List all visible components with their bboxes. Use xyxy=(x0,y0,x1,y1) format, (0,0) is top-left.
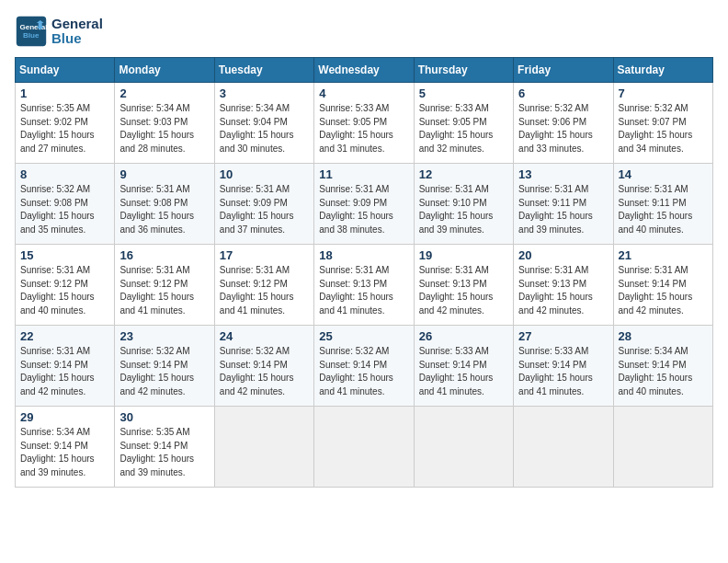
calendar-cell: 8 Sunrise: 5:32 AM Sunset: 9:08 PM Dayli… xyxy=(16,164,115,245)
sunrise-label: Sunrise: 5:32 AM xyxy=(119,346,189,356)
daylight-label: Daylight: 15 hours and 41 minutes. xyxy=(220,292,294,316)
daylight-label: Daylight: 15 hours and 42 minutes. xyxy=(119,373,194,396)
calendar-week-4: 22 Sunrise: 5:31 AM Sunset: 9:14 PM Dayl… xyxy=(16,326,713,407)
day-number: 17 xyxy=(220,248,309,262)
day-number: 20 xyxy=(518,248,608,262)
svg-text:General: General xyxy=(19,23,47,31)
day-number: 8 xyxy=(20,167,109,181)
daylight-label: Daylight: 15 hours and 37 minutes. xyxy=(220,211,294,235)
calendar-body: 1 Sunrise: 5:35 AM Sunset: 9:02 PM Dayli… xyxy=(16,83,713,488)
day-number: 26 xyxy=(419,329,508,343)
sunset-label: Sunset: 9:14 PM xyxy=(518,360,586,370)
calendar-cell: 20 Sunrise: 5:31 AM Sunset: 9:13 PM Dayl… xyxy=(514,245,613,326)
sunset-label: Sunset: 9:13 PM xyxy=(518,279,586,289)
sunset-label: Sunset: 9:12 PM xyxy=(20,279,88,289)
day-number: 9 xyxy=(119,167,209,181)
calendar-cell: 23 Sunrise: 5:32 AM Sunset: 9:14 PM Dayl… xyxy=(115,326,214,407)
calendar-cell xyxy=(214,407,313,488)
day-info: Sunrise: 5:33 AM Sunset: 9:05 PM Dayligh… xyxy=(419,102,508,155)
daylight-label: Daylight: 15 hours and 31 minutes. xyxy=(319,130,393,154)
sunset-label: Sunset: 9:09 PM xyxy=(319,198,387,208)
day-info: Sunrise: 5:31 AM Sunset: 9:12 PM Dayligh… xyxy=(20,264,109,317)
daylight-label: Daylight: 15 hours and 40 minutes. xyxy=(619,211,693,235)
calendar-header: SundayMondayTuesdayWednesdayThursdayFrid… xyxy=(16,58,713,83)
day-number: 18 xyxy=(319,248,408,262)
daylight-label: Daylight: 15 hours and 40 minutes. xyxy=(20,292,95,316)
day-number: 14 xyxy=(619,167,708,181)
sunrise-label: Sunrise: 5:32 AM xyxy=(619,103,688,113)
sunrise-label: Sunrise: 5:31 AM xyxy=(619,184,688,194)
day-info: Sunrise: 5:32 AM Sunset: 9:14 PM Dayligh… xyxy=(119,345,209,398)
calendar-week-2: 8 Sunrise: 5:32 AM Sunset: 9:08 PM Dayli… xyxy=(16,164,713,245)
day-number: 16 xyxy=(119,248,209,262)
daylight-label: Daylight: 15 hours and 34 minutes. xyxy=(619,130,693,154)
day-number: 24 xyxy=(220,329,309,343)
daylight-label: Daylight: 15 hours and 35 minutes. xyxy=(20,211,95,235)
sunset-label: Sunset: 9:05 PM xyxy=(419,117,487,127)
day-info: Sunrise: 5:31 AM Sunset: 9:14 PM Dayligh… xyxy=(20,345,109,398)
daylight-label: Daylight: 15 hours and 39 minutes. xyxy=(20,454,95,477)
sunrise-label: Sunrise: 5:31 AM xyxy=(419,184,489,194)
day-info: Sunrise: 5:35 AM Sunset: 9:02 PM Dayligh… xyxy=(20,102,109,155)
sunrise-label: Sunrise: 5:31 AM xyxy=(619,265,688,275)
sunset-label: Sunset: 9:14 PM xyxy=(319,360,387,370)
calendar-cell: 6 Sunrise: 5:32 AM Sunset: 9:06 PM Dayli… xyxy=(514,83,613,164)
day-info: Sunrise: 5:32 AM Sunset: 9:14 PM Dayligh… xyxy=(319,345,408,398)
sunset-label: Sunset: 9:05 PM xyxy=(319,117,387,127)
calendar-cell: 29 Sunrise: 5:34 AM Sunset: 9:14 PM Dayl… xyxy=(16,407,115,488)
logo-icon: General Blue xyxy=(15,15,48,48)
sunset-label: Sunset: 9:06 PM xyxy=(518,117,586,127)
day-number: 1 xyxy=(20,86,109,100)
day-number: 30 xyxy=(119,410,209,424)
sunrise-label: Sunrise: 5:32 AM xyxy=(20,184,90,194)
day-number: 27 xyxy=(518,329,608,343)
daylight-label: Daylight: 15 hours and 40 minutes. xyxy=(619,373,693,396)
day-number: 4 xyxy=(319,86,408,100)
sunset-label: Sunset: 9:07 PM xyxy=(619,117,687,127)
day-number: 19 xyxy=(419,248,508,262)
calendar-week-3: 15 Sunrise: 5:31 AM Sunset: 9:12 PM Dayl… xyxy=(16,245,713,326)
sunrise-label: Sunrise: 5:32 AM xyxy=(220,346,290,356)
day-info: Sunrise: 5:31 AM Sunset: 9:11 PM Dayligh… xyxy=(619,183,708,236)
calendar-cell: 12 Sunrise: 5:31 AM Sunset: 9:10 PM Dayl… xyxy=(414,164,513,245)
sunset-label: Sunset: 9:14 PM xyxy=(220,360,288,370)
sunset-label: Sunset: 9:14 PM xyxy=(119,360,188,370)
day-number: 25 xyxy=(319,329,408,343)
day-info: Sunrise: 5:34 AM Sunset: 9:03 PM Dayligh… xyxy=(119,102,209,155)
daylight-label: Daylight: 15 hours and 41 minutes. xyxy=(419,373,494,396)
daylight-label: Daylight: 15 hours and 33 minutes. xyxy=(518,130,593,154)
sunrise-label: Sunrise: 5:34 AM xyxy=(20,427,90,437)
calendar-cell: 19 Sunrise: 5:31 AM Sunset: 9:13 PM Dayl… xyxy=(414,245,513,326)
day-info: Sunrise: 5:31 AM Sunset: 9:12 PM Dayligh… xyxy=(119,264,209,317)
logo-text: General Blue xyxy=(51,17,103,47)
day-number: 15 xyxy=(20,248,109,262)
day-info: Sunrise: 5:34 AM Sunset: 9:14 PM Dayligh… xyxy=(619,345,708,398)
sunset-label: Sunset: 9:08 PM xyxy=(20,198,88,208)
calendar-cell: 7 Sunrise: 5:32 AM Sunset: 9:07 PM Dayli… xyxy=(613,83,712,164)
calendar-cell xyxy=(414,407,513,488)
calendar-cell: 3 Sunrise: 5:34 AM Sunset: 9:04 PM Dayli… xyxy=(214,83,313,164)
header-row: SundayMondayTuesdayWednesdayThursdayFrid… xyxy=(16,58,713,83)
day-number: 13 xyxy=(518,167,608,181)
sunrise-label: Sunrise: 5:34 AM xyxy=(220,103,290,113)
calendar-cell: 4 Sunrise: 5:33 AM Sunset: 9:05 PM Dayli… xyxy=(314,83,414,164)
daylight-label: Daylight: 15 hours and 41 minutes. xyxy=(319,292,393,316)
daylight-label: Daylight: 15 hours and 41 minutes. xyxy=(119,292,194,316)
sunrise-label: Sunrise: 5:34 AM xyxy=(619,346,688,356)
calendar-cell: 21 Sunrise: 5:31 AM Sunset: 9:14 PM Dayl… xyxy=(613,245,712,326)
column-header-sunday: Sunday xyxy=(16,58,115,83)
sunrise-label: Sunrise: 5:31 AM xyxy=(220,184,290,194)
day-number: 29 xyxy=(20,410,109,424)
daylight-label: Daylight: 15 hours and 30 minutes. xyxy=(220,130,294,154)
sunrise-label: Sunrise: 5:33 AM xyxy=(518,346,588,356)
day-number: 7 xyxy=(619,86,708,100)
calendar-cell: 24 Sunrise: 5:32 AM Sunset: 9:14 PM Dayl… xyxy=(214,326,313,407)
sunrise-label: Sunrise: 5:31 AM xyxy=(119,184,189,194)
sunset-label: Sunset: 9:02 PM xyxy=(20,117,88,127)
day-info: Sunrise: 5:31 AM Sunset: 9:13 PM Dayligh… xyxy=(419,264,508,317)
day-info: Sunrise: 5:31 AM Sunset: 9:09 PM Dayligh… xyxy=(319,183,408,236)
day-info: Sunrise: 5:32 AM Sunset: 9:14 PM Dayligh… xyxy=(220,345,309,398)
sunrise-label: Sunrise: 5:31 AM xyxy=(319,184,389,194)
calendar-cell: 9 Sunrise: 5:31 AM Sunset: 9:08 PM Dayli… xyxy=(115,164,214,245)
day-info: Sunrise: 5:33 AM Sunset: 9:14 PM Dayligh… xyxy=(518,345,608,398)
